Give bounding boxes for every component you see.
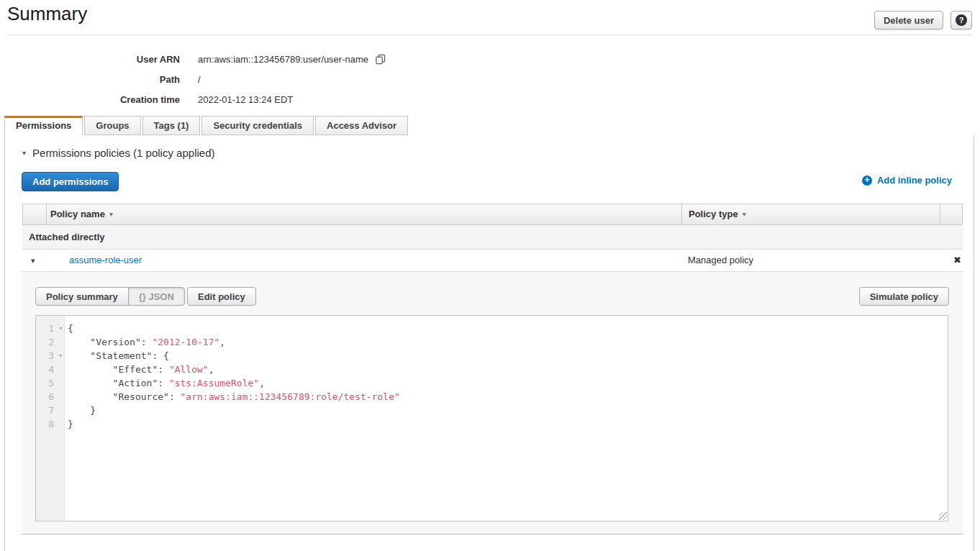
add-inline-policy-link[interactable]: + Add inline policy: [862, 175, 952, 186]
creation-time-label: Creation time: [0, 94, 180, 105]
sort-caret-icon: ▾: [109, 204, 113, 224]
user-arn-label: User ARN: [0, 54, 180, 65]
header-divider: [7, 35, 973, 35]
help-button[interactable]: ?: [950, 11, 972, 29]
line-number: 5: [36, 376, 64, 390]
code-line: {: [68, 322, 948, 335]
permissions-policies-heading-label: Permissions policies (1 policy applied): [32, 147, 214, 159]
path-value: /: [198, 74, 201, 85]
sort-caret-icon: ▾: [743, 204, 746, 224]
user-arn-value: arn:aws:iam::123456789:user/user-name: [198, 54, 368, 65]
user-info-section: User ARN arn:aws:iam::123456789:user/use…: [0, 49, 386, 109]
page-title: Summary: [7, 3, 87, 25]
copy-icon[interactable]: [375, 54, 386, 65]
code-line: "Action": "sts:AssumeRole",: [68, 376, 948, 390]
tab-security-credentials[interactable]: Security credentials: [201, 116, 314, 135]
line-number: 6: [36, 390, 64, 404]
column-separator: [46, 204, 47, 224]
permissions-tab-panel: ▾ Permissions policies (1 policy applied…: [4, 135, 974, 551]
code-line: "Version": "2012-10-17",: [68, 335, 948, 349]
policy-table-header: Policy name ▾ Policy type ▾: [22, 204, 963, 225]
delete-user-button[interactable]: Delete user: [874, 11, 943, 29]
path-label: Path: [0, 74, 180, 85]
column-separator: [940, 204, 940, 224]
editor-gutter: 1 ▾ 2 3 ▾ 4 5 6 7 8: [36, 316, 65, 521]
attached-directly-group-row: Attached directly: [22, 225, 963, 250]
tab-permissions[interactable]: Permissions: [4, 116, 83, 135]
code-line: }: [68, 417, 948, 431]
policy-name-link[interactable]: assume-role-user: [69, 250, 142, 271]
row-expand-caret-icon[interactable]: ▾: [31, 250, 35, 271]
policy-row: ▾ assume-role-user Managed policy ✖: [22, 250, 963, 271]
permissions-policies-heading[interactable]: ▾ Permissions policies (1 policy applied…: [22, 147, 214, 159]
simulate-policy-button[interactable]: Simulate policy: [859, 287, 949, 306]
line-number: 7: [36, 404, 64, 417]
plus-circle-icon: +: [862, 176, 872, 186]
fold-caret-icon[interactable]: ▾: [59, 322, 63, 335]
code-line: "Resource": "arn:aws:iam::123456789:role…: [68, 390, 948, 404]
column-separator: [681, 204, 682, 224]
policy-detail-expanded: Policy summary {} JSON Edit policy Simul…: [22, 271, 963, 534]
remove-policy-icon[interactable]: ✖: [945, 250, 969, 271]
policy-table: Policy name ▾ Policy type ▾ Attached dir…: [22, 204, 963, 534]
policy-type-value: Managed policy: [688, 250, 753, 271]
editor-resize-handle[interactable]: [939, 512, 947, 520]
line-number: 8: [36, 417, 64, 431]
line-number: 1 ▾: [36, 322, 64, 335]
top-actions: Delete user ?: [874, 11, 972, 29]
policy-view-toggle-group: Policy summary {} JSON: [35, 287, 185, 306]
column-header-policy-name[interactable]: Policy name ▾: [50, 204, 113, 224]
line-number: 2: [36, 335, 64, 349]
policy-json-editor[interactable]: 1 ▾ 2 3 ▾ 4 5 6 7 8: [35, 315, 948, 522]
policy-summary-button[interactable]: Policy summary: [35, 287, 129, 306]
column-header-policy-type[interactable]: Policy type ▾: [689, 204, 746, 224]
user-arn-row: User ARN arn:aws:iam::123456789:user/use…: [0, 49, 386, 69]
code-line: }: [68, 404, 948, 417]
editor-code-area: { "Version": "2012-10-17", "Statement": …: [65, 316, 948, 521]
iam-user-summary-page: Summary Delete user ? User ARN arn:aws:i…: [0, 0, 980, 551]
tab-bar: Permissions Groups Tags (1) Security cre…: [4, 116, 409, 135]
creation-time-row: Creation time 2022-01-12 13:24 EDT: [0, 89, 386, 109]
tab-tags[interactable]: Tags (1): [142, 116, 201, 135]
edit-policy-button[interactable]: Edit policy: [187, 287, 256, 306]
line-number: 4: [36, 363, 64, 376]
line-number: 3 ▾: [36, 349, 64, 363]
add-inline-policy-label: Add inline policy: [877, 175, 952, 186]
creation-time-value: 2022-01-12 13:24 EDT: [198, 94, 293, 105]
json-view-button[interactable]: {} JSON: [128, 287, 185, 306]
help-icon: ?: [956, 14, 967, 26]
path-row: Path /: [0, 69, 386, 89]
code-line: "Statement": {: [68, 349, 948, 363]
section-collapse-caret-icon: ▾: [22, 149, 26, 157]
fold-caret-icon[interactable]: ▾: [59, 349, 63, 363]
tab-groups[interactable]: Groups: [84, 116, 140, 135]
add-permissions-button[interactable]: Add permissions: [22, 172, 119, 191]
tab-access-advisor[interactable]: Access Advisor: [315, 116, 408, 135]
code-line: "Effect": "Allow",: [68, 363, 948, 376]
